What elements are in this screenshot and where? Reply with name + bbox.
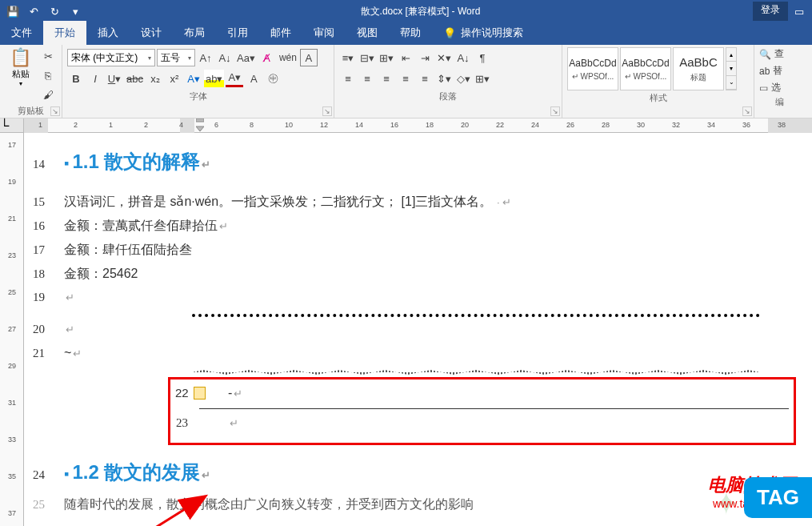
indent-marker-icon[interactable] (196, 118, 204, 134)
indent-right-icon[interactable]: ⇥ (416, 49, 434, 66)
qat-more-icon[interactable]: ▾ (66, 2, 85, 21)
style-item-1[interactable]: AaBbCcDd ↵ WPSOf... (567, 47, 618, 90)
change-case-icon[interactable]: Aa▾ (235, 49, 257, 66)
strike-icon[interactable]: abc (125, 70, 145, 87)
tab-layout[interactable]: 布局 (173, 21, 216, 45)
style-more-icon[interactable]: ⌄ (726, 76, 736, 90)
editing-group-label: 编 (759, 94, 799, 110)
text-effects-icon[interactable]: A▾ (185, 70, 202, 87)
phonetic-icon[interactable]: wén (278, 49, 298, 66)
multilevel-icon[interactable]: ⊞▾ (378, 49, 395, 66)
sort-icon[interactable]: A↓ (454, 49, 472, 66)
paragraph-group-label: 段落 (339, 89, 557, 104)
tab-review[interactable]: 审阅 (302, 21, 346, 45)
borders-icon[interactable]: ⊞▾ (474, 70, 491, 87)
tab-design[interactable]: 设计 (130, 21, 173, 45)
tab-insert[interactable]: 插入 (86, 21, 130, 45)
distribute-icon[interactable]: ≡ (416, 70, 434, 87)
tab-mail[interactable]: 邮件 (259, 21, 302, 45)
paragraph-launcher[interactable]: ↘ (550, 106, 560, 116)
tab-help[interactable]: 帮助 (389, 21, 432, 45)
page[interactable]: 14 ▪1.1 散文的解释↵ 15 汉语词汇，拼音是 sǎn·wén。一指文采焕… (24, 133, 812, 526)
comment-icon[interactable] (194, 387, 206, 400)
vertical-ruler[interactable]: 1719212325272931333537 (0, 133, 24, 526)
body-text: 汉语词汇，拼音是 sǎn·wén。一指文采焕发；二指犹行文； [1]三指文体名。… (64, 194, 511, 211)
save-icon[interactable]: 💾 (3, 2, 22, 21)
tab-references[interactable]: 引用 (216, 21, 259, 45)
group-font: 宋体 (中文正文)▾ 五号▾ A↑ A↓ Aa▾ A̸ wén A B I U▾… (62, 45, 334, 118)
line-spacing-icon[interactable]: ⇕▾ (435, 70, 453, 87)
superscript-icon[interactable]: x² (166, 70, 183, 87)
body-text: ↵ (207, 416, 238, 430)
highlight-icon[interactable]: ab▾ (204, 70, 224, 87)
numbering-icon[interactable]: ⊟▾ (358, 49, 376, 66)
tab-view[interactable]: 视图 (346, 21, 389, 45)
redo-icon[interactable]: ↻ (45, 2, 64, 21)
italic-icon[interactable]: I (86, 70, 104, 87)
font-size-combo[interactable]: 五号▾ (157, 49, 195, 66)
style-up-icon[interactable]: ▴ (726, 48, 736, 62)
underline-icon[interactable]: U▾ (106, 70, 123, 87)
ruler-corner: └ (0, 118, 24, 133)
format-painter-icon[interactable]: 🖌 (39, 86, 57, 103)
font-launcher[interactable]: ↘ (322, 106, 332, 116)
tab-file[interactable]: 文件 (0, 21, 43, 45)
tab-home[interactable]: 开始 (43, 21, 86, 45)
styles-group-label: 样式 (567, 90, 749, 106)
justify-icon[interactable]: ≡ (397, 70, 414, 87)
body-text: -↵ (207, 386, 242, 400)
clipboard-launcher[interactable]: ↘ (50, 106, 60, 116)
show-marks-icon[interactable]: ¶ (474, 49, 491, 66)
style-item-3[interactable]: AaBbC 标题 (673, 47, 724, 90)
style-scroll[interactable]: ▴ ▾ ⌄ (726, 47, 737, 90)
group-editing: 🔍查 ab替 ▭选 编 (754, 45, 804, 118)
shrink-font-icon[interactable]: A↓ (216, 49, 234, 66)
align-left-icon[interactable]: ≡ (339, 70, 357, 87)
align-center-icon[interactable]: ≡ (358, 70, 376, 87)
find-button[interactable]: 🔍查 (759, 47, 799, 61)
group-paragraph: ≡▾ ⊟▾ ⊞▾ ⇤ ⇥ ✕▾ A↓ ¶ ≡ ≡ ≡ ≡ ≡ ⇕▾ ◇▾ ⊞▾ … (334, 45, 562, 118)
line-number: 22 (175, 386, 207, 400)
font-family-combo[interactable]: 宋体 (中文正文)▾ (67, 49, 155, 66)
style-down-icon[interactable]: ▾ (726, 62, 736, 75)
shading-icon[interactable]: ◇▾ (454, 70, 472, 87)
style-item-2[interactable]: AaBbCcDd ↵ WPSOf... (620, 47, 671, 90)
styles-launcher[interactable]: ↘ (742, 106, 752, 116)
line-number: 23 (175, 416, 207, 430)
heading-1-2: ▪1.2 散文的发展↵ (64, 460, 210, 485)
dotted-separator (192, 314, 760, 317)
bold-icon[interactable]: B (67, 70, 85, 87)
asian-layout-icon[interactable]: ✕▾ (435, 49, 453, 66)
replace-button[interactable]: ab替 (759, 64, 799, 78)
paste-button[interactable]: 📋 粘贴 ▾ (5, 47, 36, 103)
line-number: 14 (32, 158, 64, 171)
cut-icon[interactable]: ✂ (39, 47, 57, 65)
enclose-char-icon[interactable]: ㊥ (264, 70, 282, 87)
line-number: 20 (32, 323, 64, 336)
char-border-icon[interactable]: A (300, 49, 318, 66)
char-shading-icon[interactable]: A (245, 70, 262, 87)
font-color-icon[interactable]: A▾ (226, 70, 243, 87)
align-right-icon[interactable]: ≡ (378, 70, 395, 87)
tell-me[interactable]: 💡 操作说明搜索 (432, 21, 534, 45)
svg-marker-1 (196, 126, 204, 131)
line-number: 18 (32, 267, 64, 281)
body-text: 金额：壹萬贰仟叁佰肆拾伍↵ (64, 218, 228, 235)
body-text: 金额：25462 (64, 266, 138, 283)
wavy-separator (192, 370, 760, 375)
ribbon-options-icon[interactable]: ▭ (790, 2, 809, 21)
subscript-icon[interactable]: x₂ (146, 70, 164, 87)
clear-format-icon[interactable]: A̸ (258, 49, 276, 66)
bullets-icon[interactable]: ≡▾ (339, 49, 357, 66)
indent-left-icon[interactable]: ⇤ (397, 49, 414, 66)
heading-1-1: ▪1.1 散文的解释↵ (64, 149, 210, 175)
line-number: 19 (32, 291, 64, 304)
login-button[interactable]: 登录 (753, 2, 788, 21)
copy-icon[interactable]: ⎘ (39, 66, 57, 84)
body-text: ↵ (64, 290, 74, 304)
undo-icon[interactable]: ↶ (24, 2, 43, 21)
line-number: 25 (32, 498, 64, 512)
select-button[interactable]: ▭选 (759, 81, 799, 94)
horizontal-ruler[interactable]: 1212468101214161820222426283032343638 (24, 118, 812, 133)
grow-font-icon[interactable]: A↑ (197, 49, 214, 66)
